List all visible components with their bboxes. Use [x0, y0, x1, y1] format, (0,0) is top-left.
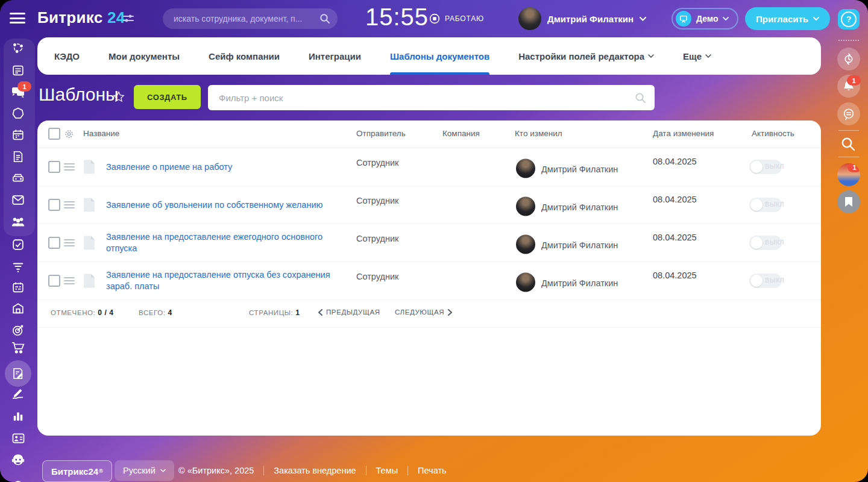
template-link[interactable]: Заявление о приеме на работу	[106, 161, 347, 172]
footer-link-implementation[interactable]: Заказать внедрение	[274, 466, 356, 475]
status-record-icon	[429, 13, 440, 24]
sidebar-item-tasks[interactable]	[0, 236, 36, 254]
right-rail-divider	[838, 157, 859, 157]
notifications-button[interactable]: 1	[837, 75, 860, 98]
chevron-down-icon	[648, 54, 654, 58]
table-row: Заявление о приеме на работу Сотрудник Д…	[37, 148, 821, 186]
bitrix24-app: Битрикс 24 15:55 РАБОТАЮ Дмитрий Филатки…	[0, 0, 868, 482]
create-button[interactable]: СОЗДАТЬ	[134, 85, 201, 109]
work-status-chip[interactable]: РАБОТАЮ	[429, 13, 484, 24]
tab-more[interactable]: Еще	[683, 37, 711, 75]
invite-button[interactable]: Пригласить	[745, 7, 830, 30]
sidebar-item-signature[interactable]	[0, 384, 36, 402]
template-link[interactable]: Заявление об увольнении по собственному …	[106, 199, 347, 210]
editor-avatar	[516, 196, 535, 216]
prev-page-button[interactable]: ПРЕДЫДУЩАЯ	[318, 308, 380, 316]
help-icon: ?	[841, 11, 857, 27]
activity-toggle[interactable]: ВЫКЛ	[749, 198, 782, 212]
template-link[interactable]: Заявление на предоставление отпуска без …	[106, 269, 347, 292]
tab-integrations[interactable]: Интеграции	[309, 37, 361, 75]
row-checkbox[interactable]	[48, 199, 60, 211]
sidebar-item-sign-docs-active[interactable]	[5, 360, 31, 387]
support-chat-avatar[interactable]: 1	[837, 163, 860, 186]
sidebar-item-market[interactable]	[0, 104, 36, 122]
sidebar-item-ai-assistant[interactable]	[0, 451, 36, 469]
editor-name: Дмитрий Филаткин	[541, 164, 618, 174]
column-header-sender[interactable]: Отправитель	[356, 129, 406, 138]
editor-name: Дмитрий Филаткин	[541, 202, 618, 211]
sidebar-item-marketing[interactable]	[0, 321, 36, 339]
sidebar-item-teams[interactable]	[0, 213, 36, 231]
search-icon[interactable]	[319, 13, 330, 24]
logo-settings-sliders-icon[interactable]	[122, 13, 134, 24]
time-history-button[interactable]	[837, 48, 860, 70]
select-all-checkbox[interactable]	[48, 128, 60, 140]
activity-toggle[interactable]: ВЫКЛ	[749, 274, 782, 288]
column-header-name[interactable]: Название	[83, 129, 119, 138]
row-date: 08.04.2025	[653, 271, 697, 280]
support-badge: 1	[848, 163, 860, 172]
row-menu-icon[interactable]	[64, 161, 75, 172]
demo-plan-button[interactable]: Демо	[671, 8, 738, 30]
column-header-modified[interactable]: Дата изменения	[653, 129, 714, 138]
column-header-company[interactable]: Компания	[442, 129, 480, 138]
template-link[interactable]: Заявление на предоставление ежегодного о…	[106, 231, 347, 254]
column-header-editor[interactable]: Кто изменил	[515, 129, 562, 138]
tab-document-templates[interactable]: Шаблоны документов	[390, 37, 489, 75]
row-menu-icon[interactable]	[64, 237, 75, 248]
right-rail-search-icon[interactable]	[840, 136, 856, 152]
table-header: Название Отправитель Компания Кто измени…	[37, 120, 821, 148]
pagination-bar: ОТМЕЧЕНО: 0 / 4 ВСЕГО: 4 СТРАНИЦЫ: 1 ПРЕ…	[37, 299, 821, 328]
footer-link-print[interactable]: Печать	[418, 466, 447, 475]
row-menu-icon[interactable]	[64, 199, 75, 210]
row-menu-icon[interactable]	[64, 275, 75, 286]
activity-toggle[interactable]: ВЫКЛ	[749, 160, 782, 174]
copilot-button[interactable]	[837, 102, 860, 125]
sidebar-item-analytics[interactable]	[0, 407, 36, 425]
row-checkbox[interactable]	[48, 237, 60, 249]
sidebar-item-calendar[interactable]	[0, 126, 36, 144]
global-search-input[interactable]	[172, 13, 319, 24]
help-button[interactable]: ?	[838, 9, 860, 30]
sidebar-item-crm-funnel[interactable]	[0, 258, 36, 276]
sidebar-item-store[interactable]	[0, 299, 36, 318]
row-checkbox[interactable]	[48, 275, 60, 287]
search-icon[interactable]	[635, 92, 646, 104]
sidebar-item-messenger[interactable]: 1	[0, 83, 36, 101]
sidebar-item-employees[interactable]	[0, 429, 36, 447]
chevron-down-icon	[813, 17, 819, 20]
document-file-icon	[83, 197, 95, 212]
row-sender: Сотрудник	[356, 196, 398, 205]
footer-bitrix24-badge[interactable]: Битрикс24®	[42, 460, 112, 482]
activity-toggle[interactable]: ВЫКЛ	[749, 236, 782, 250]
editor-name: Дмитрий Филаткин	[541, 240, 618, 249]
current-user-menu[interactable]: Дмитрий Филаткин	[518, 7, 646, 30]
footer-language-select[interactable]: Русский	[115, 460, 174, 481]
sidebar-item-planner[interactable]	[0, 278, 36, 296]
section-tabs: КЭДО Мои документы Сейф компании Интегра…	[37, 37, 821, 75]
sidebar-item-mail[interactable]	[0, 191, 36, 209]
footer-link-themes[interactable]: Темы	[376, 466, 398, 475]
row-checkbox[interactable]	[48, 161, 60, 173]
filter-search-input[interactable]	[218, 92, 635, 104]
sidebar-item-shop[interactable]	[0, 339, 36, 357]
sidebar-item-docs[interactable]	[0, 148, 36, 166]
footer-divider	[366, 466, 366, 475]
tab-kedo[interactable]: КЭДО	[54, 37, 80, 75]
favorite-star-icon[interactable]	[112, 90, 125, 104]
chevron-down-icon	[640, 17, 646, 21]
bookmark-button[interactable]	[837, 190, 860, 213]
tab-my-documents[interactable]: Мои документы	[108, 37, 180, 75]
checked-counter: ОТМЕЧЕНО: 0 / 4	[51, 308, 114, 317]
sidebar-item-news[interactable]	[0, 61, 36, 80]
grid-settings-gear-icon[interactable]	[64, 129, 74, 139]
main-menu-hamburger-icon[interactable]	[10, 13, 27, 25]
sidebar-item-feed[interactable]	[0, 39, 36, 57]
next-page-button[interactable]: СЛЕДУЮЩАЯ	[395, 308, 452, 316]
sidebar-item-more-partial[interactable]	[0, 474, 36, 482]
footer-copyright: © «Битрикс», 2025	[178, 466, 254, 475]
sidebar-item-drive[interactable]	[0, 169, 36, 187]
tab-company-safe[interactable]: Сейф компании	[209, 37, 280, 75]
column-header-activity[interactable]: Активность	[752, 129, 794, 138]
tab-editor-field-settings[interactable]: Настройки полей редактора	[518, 37, 654, 75]
